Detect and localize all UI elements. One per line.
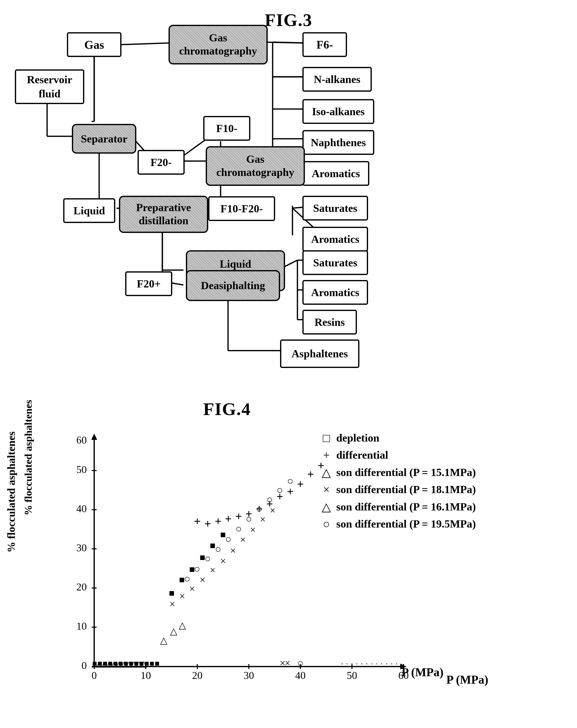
svg-text:50: 50: [347, 670, 357, 681]
node-gas-chrom2: Gaschromatography: [206, 146, 305, 186]
svg-text:·: ·: [356, 659, 358, 668]
svg-text:■: ■: [169, 588, 175, 598]
node-deasphalting: Deasiphalting: [186, 270, 280, 301]
svg-text:×: ×: [230, 545, 236, 556]
svg-text:·: ·: [351, 659, 353, 668]
node-asphaltenes: Asphaltenes: [280, 339, 359, 368]
node-aromatics2: Aromatics: [302, 227, 368, 252]
svg-text:+: +: [204, 517, 211, 530]
node-liquid: Liquid: [63, 198, 115, 223]
svg-text:○: ○: [246, 513, 252, 525]
svg-text:10: 10: [76, 621, 87, 632]
svg-text:○: ○: [225, 534, 231, 545]
svg-text:○: ○: [267, 494, 273, 505]
y-axis-label-text: % flocculated asphaltenes: [22, 367, 34, 515]
svg-text:50: 50: [76, 464, 87, 475]
svg-text:×: ×: [210, 565, 216, 576]
svg-text:×: ×: [250, 524, 256, 536]
svg-text:·: ·: [391, 659, 393, 668]
node-saturates1: Saturates: [302, 196, 368, 220]
svg-text:20: 20: [192, 670, 202, 681]
svg-text:+: +: [307, 468, 314, 481]
svg-text:△: △: [141, 659, 147, 668]
svg-text:·: ·: [361, 659, 363, 668]
svg-text:○: ○: [287, 475, 293, 487]
node-prep-distill: Preparativedistillation: [119, 196, 208, 233]
svg-text:+: +: [194, 515, 201, 528]
svg-text:○: ○: [235, 523, 242, 535]
svg-text:×: ×: [260, 514, 266, 525]
svg-text:+: +: [225, 512, 231, 525]
svg-text:■: ■: [155, 659, 159, 668]
svg-text:30: 30: [244, 670, 254, 681]
node-aromatics3: Aromatics: [302, 280, 368, 305]
node-f6: F6-: [302, 32, 347, 57]
svg-text:60: 60: [76, 434, 87, 446]
fig4-chart: FIG.4 % flocculated asphaltenes P (MPa) …: [0, 391, 577, 728]
node-aromatics1: Aromatics: [302, 161, 369, 186]
chart-svg: 0 10 20 30 40 50 60 0 10: [69, 431, 417, 704]
svg-text:×: ×: [240, 534, 246, 545]
svg-text:·: ·: [381, 659, 383, 668]
node-reservoir: Reservoirfluid: [15, 69, 84, 104]
fig3-diagram: FIG.3: [0, 0, 577, 391]
svg-text:·: ·: [341, 659, 343, 668]
svg-text:·: ·: [396, 659, 398, 668]
svg-text:○: ○: [215, 543, 221, 555]
svg-text:40: 40: [295, 670, 306, 681]
x-axis-label-text: P (MPa): [402, 665, 444, 679]
chart-area: % flocculated asphaltenes P (MPa) □ depl…: [20, 416, 491, 709]
svg-text:·: ·: [386, 659, 387, 668]
svg-text:×: ×: [220, 555, 226, 567]
svg-text:10: 10: [141, 670, 151, 681]
svg-text:×: ×: [270, 505, 276, 516]
svg-text:×: ×: [179, 591, 185, 602]
node-iso-alkanes: Iso-alkanes: [302, 99, 374, 124]
svg-text:○: ○: [184, 573, 190, 584]
svg-text:+: +: [235, 510, 242, 523]
fig3-title: FIG.3: [0, 0, 577, 30]
svg-text:○: ○: [256, 503, 262, 515]
node-f20minus: F20-: [137, 150, 185, 175]
svg-text:×: ×: [284, 657, 291, 669]
node-n-alkanes: N-alkanes: [302, 67, 372, 92]
svg-text:+: +: [318, 459, 324, 472]
svg-text:40: 40: [76, 503, 87, 514]
svg-text:×: ×: [200, 574, 205, 586]
svg-text:○: ○: [204, 553, 211, 564]
svg-text:■: ■: [210, 540, 216, 551]
node-gas-chrom1: Gaschromatography: [169, 25, 268, 64]
node-separator: Separator: [72, 124, 136, 154]
svg-text:20: 20: [76, 581, 87, 593]
node-naphthenes: Naphthenes: [302, 130, 374, 155]
svg-text:30: 30: [76, 542, 87, 553]
svg-text:○: ○: [194, 563, 200, 575]
svg-text:+: +: [215, 515, 221, 528]
svg-text:■: ■: [149, 659, 154, 668]
svg-text:+: +: [287, 485, 294, 498]
svg-text:△: △: [179, 620, 186, 630]
svg-text:×: ×: [169, 598, 175, 610]
x-axis-label: P (MPa): [446, 673, 488, 686]
svg-text:△: △: [160, 635, 168, 646]
svg-marker-44: [91, 434, 97, 440]
svg-text:○: ○: [277, 485, 283, 496]
svg-text:·: ·: [366, 659, 368, 668]
node-f20plus: F20+: [125, 271, 172, 296]
svg-text:0: 0: [92, 670, 97, 681]
svg-text:·: ·: [376, 659, 378, 668]
svg-text:0: 0: [81, 660, 87, 671]
svg-text:×: ×: [189, 583, 195, 594]
svg-text:·: ·: [371, 659, 373, 668]
svg-text:·: ·: [346, 659, 348, 668]
y-axis-label: % flocculated asphaltenes: [5, 466, 18, 552]
node-f10-f20: F10-F20-: [208, 196, 275, 221]
node-gas: Gas: [67, 32, 122, 57]
svg-text:+: +: [297, 477, 304, 491]
node-saturates2: Saturates: [302, 250, 368, 275]
svg-text:△: △: [170, 626, 177, 636]
svg-text:○: ○: [297, 657, 303, 669]
node-resins: Resins: [302, 310, 357, 335]
node-f10minus: F10-: [203, 116, 250, 141]
